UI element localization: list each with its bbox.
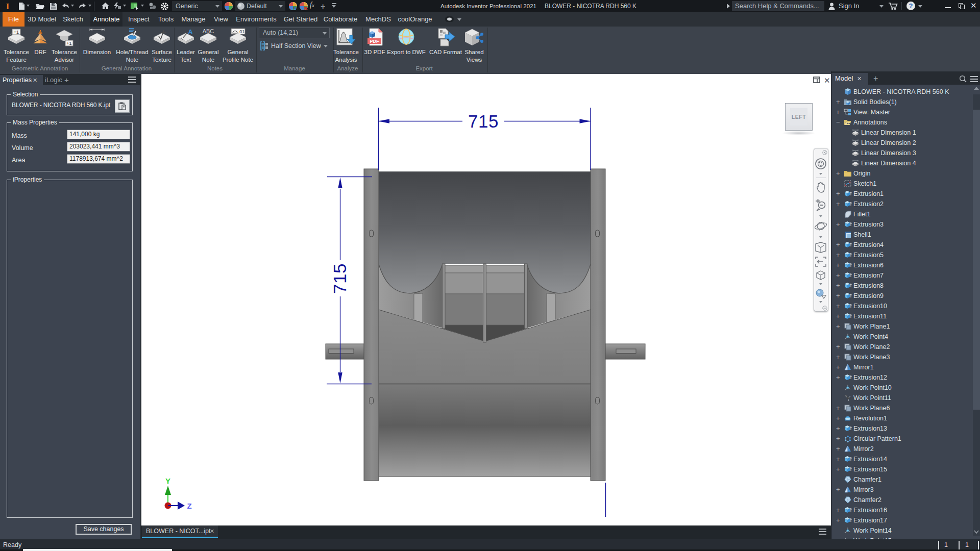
svg-text:.01: .01: [238, 29, 245, 34]
svg-text:+1: +1: [66, 41, 71, 46]
svg-text:715: 715: [330, 263, 350, 294]
svg-text:PDF: PDF: [370, 39, 380, 44]
svg-text:Z: Z: [187, 502, 191, 510]
svg-text:715: 715: [468, 111, 499, 131]
svg-text:Y: Y: [165, 477, 170, 485]
